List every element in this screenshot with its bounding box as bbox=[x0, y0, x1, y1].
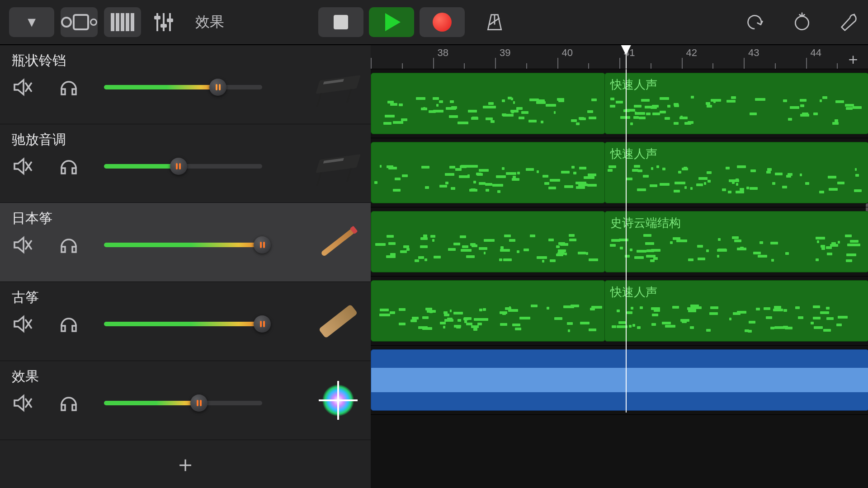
metronome-icon bbox=[485, 12, 505, 32]
solo-headphones-button[interactable] bbox=[58, 234, 80, 256]
track-lane[interactable] bbox=[371, 346, 868, 415]
midi-region[interactable] bbox=[371, 211, 605, 272]
mute-button[interactable] bbox=[12, 76, 33, 98]
ruler-bar-number: 39 bbox=[500, 47, 510, 59]
volume-slider[interactable] bbox=[104, 398, 262, 408]
instrument-button[interactable] bbox=[104, 7, 141, 37]
mixer-sliders-icon: .mixer span:nth-child(1)::after{top:6px}… bbox=[156, 13, 171, 31]
track-header-panel: 瓶状铃铛驰放音调日本筝古筝效果＋ bbox=[0, 45, 371, 488]
midi-region[interactable]: 快速人声 bbox=[604, 142, 868, 203]
timeline-panel: ＋ 3839404142434445 快速人声快速人声史诗云端结构快速人声 bbox=[371, 45, 868, 488]
play-button[interactable] bbox=[369, 7, 414, 37]
mixer-button[interactable]: .mixer span:nth-child(1)::after{top:6px}… bbox=[147, 7, 180, 37]
midi-notes bbox=[374, 234, 602, 267]
mute-button[interactable] bbox=[12, 155, 33, 177]
track-lane[interactable]: 快速人声 bbox=[371, 138, 868, 207]
region-label: 快速人声 bbox=[610, 284, 657, 300]
midi-region[interactable]: 快速人声 bbox=[604, 73, 868, 134]
midi-region[interactable] bbox=[371, 280, 605, 342]
stop-icon bbox=[334, 15, 348, 29]
ruler-bar-number: 38 bbox=[438, 47, 448, 59]
track-name: 日本筝 bbox=[12, 209, 362, 228]
ruler[interactable]: ＋ 3839404142434445 bbox=[371, 45, 868, 69]
solo-headphones-button[interactable] bbox=[58, 392, 80, 414]
track-header[interactable]: 日本筝 bbox=[0, 203, 371, 282]
track-header[interactable]: 瓶状铃铛 bbox=[0, 45, 371, 124]
solo-headphones-button[interactable] bbox=[58, 313, 80, 335]
metronome-button[interactable] bbox=[485, 7, 505, 37]
track-name: 效果 bbox=[12, 367, 362, 386]
midi-region[interactable] bbox=[371, 73, 605, 134]
loop-icon bbox=[792, 12, 812, 32]
track-header[interactable]: 效果 bbox=[0, 361, 371, 440]
mute-button[interactable] bbox=[12, 313, 33, 335]
midi-notes bbox=[608, 234, 866, 267]
settings-button[interactable] bbox=[839, 7, 859, 37]
record-icon bbox=[433, 13, 452, 32]
play-icon bbox=[385, 13, 401, 31]
instrument-icon[interactable] bbox=[316, 300, 360, 343]
midi-notes bbox=[608, 303, 866, 337]
track-lane[interactable]: 快速人声 bbox=[371, 277, 868, 346]
clip-lanes: 快速人声快速人声史诗云端结构快速人声 bbox=[371, 69, 868, 488]
midi-notes bbox=[374, 165, 602, 198]
midi-region[interactable]: 史诗云端结构 bbox=[604, 211, 868, 272]
mute-button[interactable] bbox=[12, 392, 33, 414]
track-header[interactable]: 古筝 bbox=[0, 282, 371, 361]
ruler-bar-number: 40 bbox=[562, 47, 573, 59]
undo-button[interactable] bbox=[745, 7, 765, 37]
ruler-bar-number: 44 bbox=[811, 47, 821, 59]
midi-notes bbox=[608, 165, 866, 198]
add-track-button[interactable]: ＋ bbox=[0, 440, 371, 488]
transport-controls bbox=[318, 7, 465, 37]
view-menu-button[interactable]: ▼ bbox=[9, 7, 54, 37]
volume-slider[interactable] bbox=[104, 82, 262, 92]
browser-button[interactable] bbox=[61, 7, 98, 37]
midi-region[interactable]: 快速人声 bbox=[604, 280, 868, 342]
add-section-button[interactable]: ＋ bbox=[845, 49, 861, 70]
midi-region[interactable] bbox=[371, 142, 605, 203]
chevron-down-icon: ▼ bbox=[25, 14, 38, 30]
instrument-icon[interactable] bbox=[316, 221, 360, 264]
loop-button[interactable] bbox=[792, 7, 812, 37]
piano-keys-icon bbox=[111, 13, 134, 31]
midi-notes bbox=[608, 96, 866, 129]
region-label: 快速人声 bbox=[610, 146, 657, 162]
svg-point-0 bbox=[795, 16, 808, 29]
waveform bbox=[371, 368, 868, 392]
wrench-icon bbox=[839, 12, 859, 32]
track-name: 古筝 bbox=[12, 288, 362, 307]
instrument-icon[interactable] bbox=[316, 63, 360, 106]
record-button[interactable] bbox=[420, 7, 465, 37]
region-label: 史诗云端结构 bbox=[610, 215, 681, 231]
solo-headphones-button[interactable] bbox=[58, 76, 80, 98]
track-name: 驰放音调 bbox=[12, 131, 362, 149]
region-label: 快速人声 bbox=[610, 77, 657, 93]
track-header[interactable]: 驰放音调 bbox=[0, 124, 371, 203]
volume-slider[interactable] bbox=[104, 319, 262, 329]
browser-icon bbox=[61, 14, 97, 30]
midi-notes bbox=[374, 96, 602, 129]
midi-notes bbox=[374, 303, 602, 337]
playhead-line bbox=[626, 69, 627, 413]
instrument-icon[interactable] bbox=[316, 379, 360, 422]
instrument-icon[interactable] bbox=[316, 142, 360, 185]
audio-region[interactable] bbox=[371, 349, 868, 411]
track-name: 瓶状铃铛 bbox=[12, 52, 362, 70]
fx-button[interactable]: 效果 bbox=[186, 7, 233, 37]
undo-icon bbox=[745, 12, 765, 32]
stop-button[interactable] bbox=[318, 7, 363, 37]
ruler-bar-number: 43 bbox=[748, 47, 759, 59]
track-lane[interactable]: 快速人声 bbox=[371, 69, 868, 138]
volume-slider[interactable] bbox=[104, 240, 262, 250]
ruler-bar-number: 42 bbox=[686, 47, 697, 59]
top-toolbar: ▼ .mixer span:nth-child(1)::after{top:6p… bbox=[0, 0, 868, 45]
solo-headphones-button[interactable] bbox=[58, 155, 80, 177]
volume-slider[interactable] bbox=[104, 161, 262, 171]
playhead[interactable] bbox=[626, 45, 627, 69]
mute-button[interactable] bbox=[12, 234, 33, 256]
track-lane[interactable]: 史诗云端结构 bbox=[371, 207, 868, 277]
